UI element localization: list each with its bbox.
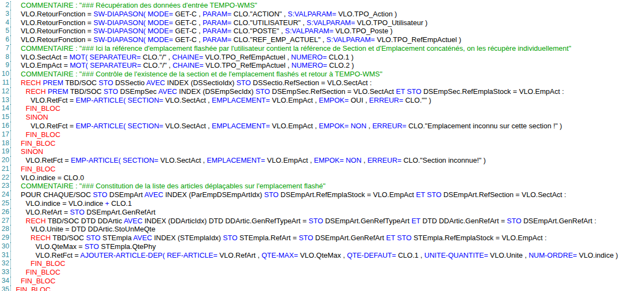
- text-token: TBD/SOC: [63, 79, 99, 87]
- code-line[interactable]: 11RECH PREM TBD/SOC STO DSSectio AVEC IN…: [0, 79, 644, 87]
- text-token: VLO.RetFct =: [35, 251, 80, 259]
- code-line[interactable]: 31VLO.RetFct = AJOUTER-ARTICLE-DEP( REF-…: [0, 251, 644, 260]
- code-line-text: VLO.QteMax = STO STEmpla.QtePhy: [11, 242, 156, 251]
- text-token: ,: [366, 122, 372, 130]
- code-line-text: VLO.RefArt = STO DSEmpArt.GenRefArt: [11, 208, 156, 217]
- code-line-text: VLO.RetFct = EMP-ARTICLE( SECTION= VLO.S…: [11, 122, 562, 130]
- text-token: CLO.1 ): [327, 53, 354, 61]
- text-token: VLO.RetourFonction =: [21, 10, 93, 18]
- code-line[interactable]: 21FIN_BLOC: [0, 165, 644, 174]
- code-line-text: FIN_BLOC: [11, 130, 61, 139]
- code-line[interactable]: 19SINON: [0, 147, 644, 156]
- keyword-token: STO: [104, 87, 118, 96]
- code-line-text: FIN_BLOC: [11, 268, 61, 277]
- code-line[interactable]: 18FIN_BLOC: [0, 139, 644, 148]
- code-line[interactable]: 25VLO.indice = VLO.indice + CLO.1: [0, 199, 644, 208]
- code-line[interactable]: 30VLO.QteMax = STO STEmpla.QtePhy: [0, 242, 644, 251]
- text-token: DSSectio: [113, 79, 146, 87]
- code-line-text: COMMENTAIRE : "### Constitution de la li…: [11, 182, 325, 191]
- code-line[interactable]: 8VLO.SectAct = MOT( SEPARATEUR= CLO."/" …: [0, 53, 644, 62]
- text-token: VLO.EmpAct ,: [270, 122, 319, 130]
- code-line[interactable]: 27RECH TBD/SOC DTD DDArtic AVEC INDEX (D…: [0, 217, 644, 225]
- keyword-token: STO: [99, 79, 114, 87]
- text-token: VLO.RefArt ,: [217, 251, 261, 259]
- keyword-token: ERREUR=: [369, 96, 403, 104]
- code-line-text: RECH PREM TBD/SOC STO DSEmpSec AVEC INDE…: [11, 87, 564, 96]
- code-line[interactable]: 34FIN_BLOC: [0, 277, 644, 286]
- code-line[interactable]: 32FIN_BLOC: [0, 259, 644, 268]
- code-line-text: RECH TBD/SOC STO STEmpla AVEC INDEX (STE…: [11, 234, 547, 242]
- text-token: DSEmpArt.GenRefTypeArt: [323, 217, 412, 225]
- code-line-text: VLO.RetourFonction = SW-DIAPASON( MODE= …: [11, 27, 392, 35]
- code-line[interactable]: 15SINON: [0, 113, 644, 122]
- code-line-text: VLO.RetFct = EMP-ARTICLE( SECTION= VLO.S…: [11, 156, 486, 165]
- code-line[interactable]: 13VLO.RetFct = EMP-ARTICLE( SECTION= VLO…: [0, 96, 644, 105]
- line-number: 6: [0, 35, 11, 44]
- text-token: INDEX (STEmplaIdx): [152, 234, 223, 242]
- keyword-token: PARAM=: [202, 27, 231, 35]
- code-line[interactable]: 20VLO.RetFct = EMP-ARTICLE( SECTION= VLO…: [0, 156, 644, 165]
- code-line[interactable]: 10COMMENTAIRE : "### Contrôle de l'exist…: [0, 70, 644, 79]
- code-line-text: SINON: [11, 147, 43, 156]
- code-editor[interactable]: 2COMMENTAIRE : "### Récupération des don…: [0, 0, 644, 291]
- code-line[interactable]: 24POUR CHAQUE/SOC STO DSEmpArt AVEC INDE…: [0, 191, 644, 199]
- text-token: VLO.RefArt =: [26, 208, 70, 216]
- code-line-text: FIN_BLOC: [11, 139, 56, 148]
- text-token: VLO.TPO_RefEmpActuel ): [375, 35, 461, 44]
- text-token: CLO."/" ,: [141, 61, 173, 69]
- code-line[interactable]: 14FIN_BLOC: [0, 104, 644, 113]
- comment-token: COMMENTAIRE : "### Ici la référence d'em…: [21, 44, 571, 52]
- code-line[interactable]: 22VLO.indice = CLO.0: [0, 174, 644, 182]
- text-token: DSSectio.RefSection = VLO.SectAct :: [251, 79, 372, 87]
- code-line[interactable]: 17FIN_BLOC: [0, 130, 644, 139]
- keyword-token: MOT( SEPARATEUR=: [69, 53, 141, 61]
- text-token: CLO."REF_EMP_ACTUEL" ,: [231, 35, 326, 44]
- code-line[interactable]: 4VLO.RetourFonction = SW-DIAPASON( MODE=…: [0, 19, 644, 27]
- text-token: GET-C ,: [173, 27, 202, 35]
- code-line[interactable]: 2COMMENTAIRE : "### Récupération des don…: [0, 1, 644, 10]
- keyword-token: STO: [507, 217, 522, 225]
- line-number: 27: [0, 217, 11, 225]
- code-line[interactable]: 12RECH PREM TBD/SOC STO DSEmpSec AVEC IN…: [0, 87, 644, 96]
- text-token: INDEX (DSSectioIdx): [165, 79, 236, 87]
- text-token: VLO.TPO_Poste ): [333, 27, 392, 35]
- keyword-token: STO: [86, 234, 101, 242]
- code-line[interactable]: 7COMMENTAIRE : "### Ici la référence d'e…: [0, 44, 644, 53]
- code-line[interactable]: 16VLO.RetFct = EMP-ARTICLE( SECTION= VLO…: [0, 122, 644, 130]
- code-line[interactable]: 33FIN_BLOC: [0, 268, 644, 277]
- keyword-token: ET: [416, 191, 425, 199]
- code-line-text: RECH PREM TBD/SOC STO DSSectio AVEC INDE…: [11, 79, 372, 87]
- code-line-text: VLO.indice = VLO.indice + CLO.1: [11, 199, 132, 208]
- keyword-token: PREM: [43, 79, 63, 87]
- text-token: DSEmpArt.RefEmplaStock = VLO.EmpAct: [278, 191, 416, 199]
- code-line[interactable]: 28VLO.Unite = DTD DDArtic.StoUnMeQte: [0, 225, 644, 234]
- code-line[interactable]: 3VLO.RetourFonction = SW-DIAPASON( MODE=…: [0, 10, 644, 19]
- line-number: 31: [0, 251, 11, 260]
- line-number: 16: [0, 122, 11, 130]
- code-line[interactable]: 29RECH TBD/SOC STO STEmpla AVEC INDEX (S…: [0, 234, 644, 242]
- keyword-token: QTE-MAX=: [261, 251, 298, 259]
- line-number: 13: [0, 96, 11, 105]
- code-line-text: COMMENTAIRE : "### Récupération des donn…: [11, 1, 257, 10]
- text-token: DSEmpArt.GenRefArt: [313, 234, 386, 242]
- line-number: 23: [0, 182, 11, 191]
- code-line[interactable]: 6VLO.RetourFonction = SW-DIAPASON( MODE=…: [0, 35, 644, 44]
- code-line[interactable]: 26VLO.RefArt = STO DSEmpArt.GenRefArt: [0, 208, 644, 217]
- code-line[interactable]: 5VLO.RetourFonction = SW-DIAPASON( MODE=…: [0, 27, 644, 35]
- keyword-token: STO: [407, 87, 422, 96]
- keyword-token: STO: [309, 217, 324, 225]
- keyword-token: STO: [223, 234, 238, 242]
- text-token: GET-C ,: [173, 19, 202, 27]
- text-token: VLO.RetourFonction =: [21, 19, 93, 27]
- code-line-text: VLO.RetourFonction = SW-DIAPASON( MODE= …: [11, 35, 461, 44]
- keyword-token: EMPLACEMENT=: [212, 122, 270, 130]
- line-number: 33: [0, 268, 11, 277]
- code-line[interactable]: 35FIN_BLOC: [0, 286, 644, 291]
- text-token: VLO.QteMax =: [35, 242, 85, 251]
- keyword-token: PARAM=: [202, 19, 231, 27]
- keyword-token: PARAM=: [202, 10, 231, 18]
- keyword-token: STO: [255, 87, 270, 96]
- code-line[interactable]: 9VLO.EmpAct = MOT( SEPARATEUR= CLO."/" ,…: [0, 61, 644, 70]
- text-token: CLO."/" ,: [141, 53, 172, 61]
- code-line[interactable]: 23COMMENTAIRE : "### Constitution de la …: [0, 182, 644, 191]
